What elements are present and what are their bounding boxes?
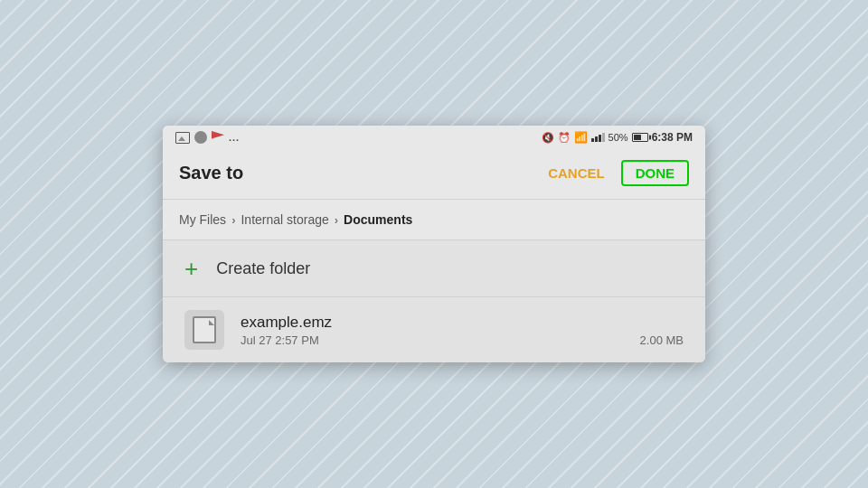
file-icon <box>193 316 216 343</box>
breadcrumb-myfiles[interactable]: My Files <box>179 212 226 227</box>
alarm-icon: ⏰ <box>558 132 571 144</box>
dialog-title: Save to <box>179 163 243 183</box>
create-folder-row[interactable]: + Create folder <box>163 240 705 297</box>
header-actions: CANCEL DONE <box>544 160 689 186</box>
time-display: 6:38 PM <box>652 131 693 144</box>
status-left: ... <box>175 131 240 144</box>
file-meta: Jul 27 2:57 PM 2.00 MB <box>241 333 684 347</box>
wifi-icon: 📶 <box>574 131 588 144</box>
breadcrumb: My Files › Internal storage › Documents <box>163 200 705 240</box>
file-icon-wrap <box>184 310 224 350</box>
battery-percent: 50% <box>609 132 628 143</box>
more-dots: ... <box>229 132 240 143</box>
battery-icon <box>632 133 648 142</box>
chevron-icon-1: › <box>231 213 235 227</box>
file-row[interactable]: example.emz Jul 27 2:57 PM 2.00 MB <box>163 297 705 362</box>
status-bar: ... 🔇 ⏰ 📶 50% 6:38 PM <box>163 126 705 147</box>
save-to-dialog: ... 🔇 ⏰ 📶 50% 6:38 PM Save to CANCEL DON… <box>163 126 705 362</box>
file-size: 2.00 MB <box>640 333 684 347</box>
image-icon <box>175 132 190 144</box>
file-date: Jul 27 2:57 PM <box>241 333 319 347</box>
file-name: example.emz <box>241 314 684 332</box>
chevron-icon-2: › <box>335 213 338 227</box>
signal-icon <box>591 133 605 142</box>
breadcrumb-documents[interactable]: Documents <box>344 212 412 227</box>
circle-icon <box>194 131 207 144</box>
done-button[interactable]: DONE <box>621 160 689 186</box>
plus-icon: + <box>184 257 198 280</box>
mute-icon: 🔇 <box>542 132 554 144</box>
cancel-button[interactable]: CANCEL <box>544 164 609 183</box>
breadcrumb-internal-storage[interactable]: Internal storage <box>241 212 328 227</box>
file-info: example.emz Jul 27 2:57 PM 2.00 MB <box>241 314 684 347</box>
status-right: 🔇 ⏰ 📶 50% 6:38 PM <box>542 131 693 144</box>
dialog-header: Save to CANCEL DONE <box>163 147 705 200</box>
flag-icon <box>212 131 224 144</box>
content-area: + Create folder example.emz Jul 27 2:57 … <box>163 240 705 362</box>
create-folder-label: Create folder <box>216 259 310 278</box>
